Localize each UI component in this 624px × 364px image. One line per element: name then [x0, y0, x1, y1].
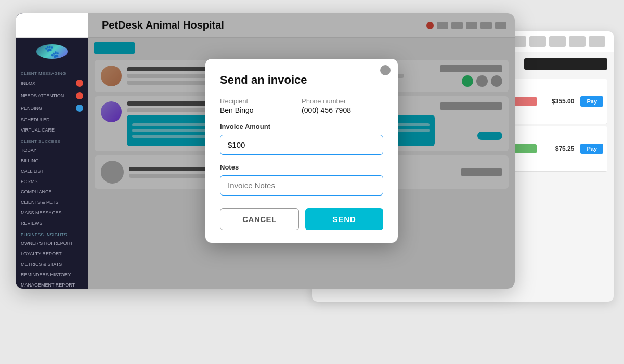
modal-close-button[interactable] [380, 65, 391, 75]
modal-recipient-fields: Recipient Phone number Ben Bingo (000) 4… [220, 97, 383, 114]
sidebar-label-needs: NEEDS ATTENTION [21, 93, 64, 98]
sidebar-item-reminders[interactable]: REMINDERS HISTORY [16, 269, 88, 280]
toolbar-btn-4 [569, 36, 586, 47]
main-window: PetDesk Animal Hospital 🐾 Client Messagi… [16, 13, 515, 289]
sidebar-label-pending: PENDING [21, 106, 42, 111]
billing-pay-btn-2[interactable]: Pay [580, 144, 603, 154]
sidebar-item-compliance[interactable]: COMPLIANCE [16, 187, 88, 197]
sidebar-label-management: MANAGEMENT REPORT [21, 282, 75, 288]
sidebar: 🐾 Client Messaging INBOX NEEDS ATTENTION… [16, 13, 88, 289]
needs-badge [76, 92, 83, 99]
sidebar-item-mass-messages[interactable]: MASS MESSAGES [16, 207, 88, 218]
sidebar-label-reminders: REMINDERS HISTORY [21, 272, 71, 277]
sidebar-item-scheduled[interactable]: SCHEDULED [16, 114, 88, 125]
modal-title: Send an invoice [220, 73, 383, 87]
sidebar-label-calllist: CALL LIST [21, 168, 44, 174]
sidebar-item-billing[interactable]: BILLING [16, 155, 88, 166]
sidebar-item-forms[interactable]: FORMS [16, 176, 88, 187]
billing-pay-btn-1[interactable]: Pay [580, 96, 603, 107]
sidebar-item-today[interactable]: TODAY [16, 145, 88, 155]
pending-badge [76, 105, 83, 112]
sidebar-logo: 🐾 [36, 44, 68, 59]
sidebar-label-billing: BILLING [21, 158, 39, 163]
amount-input[interactable] [220, 135, 383, 155]
sidebar-section-success: Client Success [16, 135, 88, 145]
main-content: Send an invoice Recipient Phone number B… [88, 13, 515, 289]
billing-amount-1: $355.00 [543, 98, 574, 105]
recipient-value: Ben Bingo [220, 106, 302, 114]
toolbar-btn-3 [549, 36, 566, 47]
sidebar-label-mass: MASS MESSAGES [21, 210, 62, 215]
recipient-label: Recipient [220, 97, 302, 105]
sidebar-section-messaging: Client Messaging [16, 67, 88, 77]
phone-label: Phone number [302, 97, 383, 105]
inbox-badge [76, 80, 83, 87]
sidebar-label-reviews: REVIEWS [21, 220, 43, 226]
amount-label: Invoice Amount [220, 123, 383, 131]
sidebar-label-loyalty: LOYALTY REPORT [21, 251, 62, 256]
cancel-button[interactable]: CANCEL [220, 208, 299, 230]
sidebar-item-reviews[interactable]: REVIEWS [16, 218, 88, 228]
sidebar-label-metrics: METRICS & STATS [21, 262, 62, 267]
notes-label: Notes [220, 163, 383, 171]
sidebar-item-call-list[interactable]: CALL LIST [16, 166, 88, 176]
sidebar-label-virtual: VIRTUAL CARE [21, 127, 55, 133]
phone-value: (000) 456 7908 [302, 106, 383, 114]
sidebar-label-scheduled: SCHEDULED [21, 117, 50, 122]
sidebar-item-clients-pets[interactable]: CLIENTS & PETS [16, 197, 88, 207]
back-panel-toolbar [510, 36, 605, 47]
sidebar-item-needs-attention[interactable]: NEEDS ATTENTION [16, 89, 88, 102]
sidebar-label-inbox: INBOX [21, 81, 35, 86]
notes-input[interactable] [220, 175, 383, 196]
sidebar-item-loyalty[interactable]: LOYALTY REPORT [16, 249, 88, 259]
sidebar-label-clients: CLIENTS & PETS [21, 200, 59, 205]
send-button[interactable]: SEND [305, 208, 383, 230]
sidebar-item-metrics[interactable]: METRICS & STATS [16, 259, 88, 269]
sidebar-label-roi: OWNER'S ROI REPORT [21, 241, 73, 246]
toolbar-btn-2 [529, 36, 546, 47]
modal-actions: CANCEL SEND [220, 208, 383, 230]
sidebar-item-inbox[interactable]: INBOX [16, 77, 88, 89]
sidebar-label-compliance: COMPLIANCE [21, 189, 52, 194]
sidebar-label-today: TODAY [21, 148, 36, 153]
modal-overlay: Send an invoice Recipient Phone number B… [88, 13, 515, 289]
sidebar-item-pending[interactable]: PENDING [16, 102, 88, 114]
sidebar-item-owners-roi[interactable]: OWNER'S ROI REPORT [16, 238, 88, 249]
sidebar-item-virtual-care[interactable]: VIRTUAL CARE [16, 125, 88, 135]
send-invoice-modal: Send an invoice Recipient Phone number B… [205, 59, 398, 243]
sidebar-label-forms: FORMS [21, 179, 38, 184]
back-searchbar [524, 58, 607, 70]
toolbar-btn-5 [589, 36, 605, 47]
sidebar-section-insights: Business Insights [16, 228, 88, 238]
sidebar-item-management[interactable]: MANAGEMENT REPORT [16, 280, 88, 289]
billing-amount-2: $75.25 [543, 145, 574, 152]
